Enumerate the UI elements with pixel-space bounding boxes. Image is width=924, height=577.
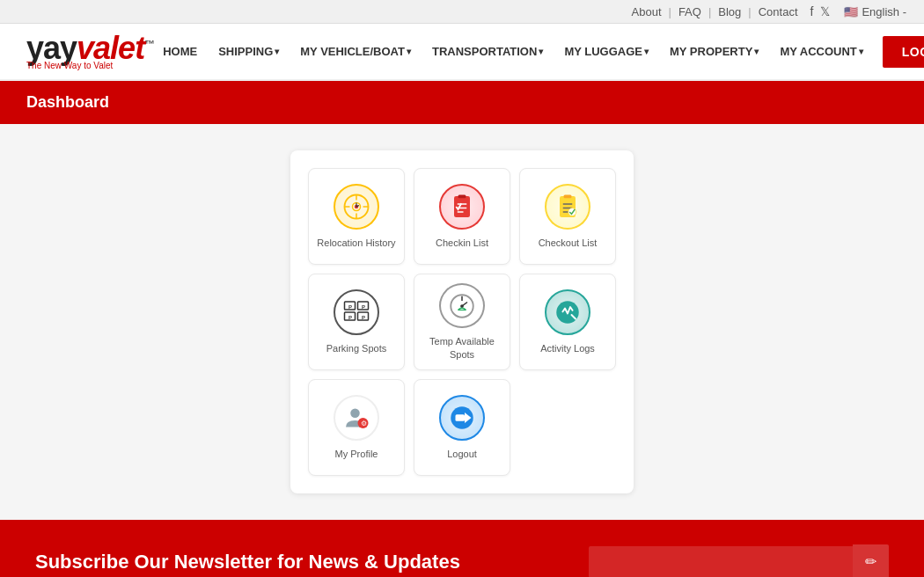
grid-item-checkin[interactable]: Checkin List bbox=[414, 168, 510, 265]
checkout-icon bbox=[545, 184, 590, 230]
temp-icon bbox=[439, 283, 485, 328]
profile-icon: ⚙ bbox=[334, 395, 379, 441]
grid-item-temp[interactable]: Temp Available Spots bbox=[414, 274, 510, 370]
logo[interactable]: yayvalet™ bbox=[26, 33, 154, 64]
main-content: Relocation History Check bbox=[0, 124, 924, 520]
nav-account[interactable]: MY ACCOUNT bbox=[771, 38, 871, 65]
newsletter-input-wrap: ✏ bbox=[589, 544, 889, 577]
grid-item-relocation[interactable]: Relocation History bbox=[308, 168, 405, 265]
checkin-icon bbox=[439, 184, 485, 230]
dashboard-grid: Relocation History Check bbox=[308, 168, 616, 476]
svg-rect-8 bbox=[458, 194, 466, 198]
profile-label: My Profile bbox=[335, 448, 378, 460]
checkin-label: Checkin List bbox=[436, 237, 488, 249]
logout-grid-label: Logout bbox=[447, 448, 477, 460]
nav-vehicle-boat[interactable]: MY VEHICLE/BOAT bbox=[291, 38, 420, 65]
svg-text:P: P bbox=[348, 314, 352, 319]
grid-item-profile[interactable]: ⚙ My Profile bbox=[308, 379, 405, 476]
dashboard-banner: Dashboard bbox=[0, 81, 924, 124]
twitter-icon[interactable]: 𝕏 bbox=[820, 4, 830, 18]
newsletter-email-input[interactable] bbox=[589, 546, 853, 578]
svg-rect-36 bbox=[456, 414, 466, 421]
relocation-icon bbox=[334, 184, 379, 230]
main-nav: HOME SHIPPING MY VEHICLE/BOAT TRANSPORTA… bbox=[154, 36, 924, 68]
svg-rect-13 bbox=[564, 194, 572, 198]
dashboard-grid-container: Relocation History Check bbox=[290, 150, 634, 493]
nav-transportation[interactable]: TRANSPORTATION bbox=[423, 38, 552, 65]
logo-tagline: The New Way to Valet bbox=[26, 61, 154, 70]
sep3: | bbox=[748, 5, 751, 18]
logout-grid-icon bbox=[439, 395, 485, 441]
relocation-label: Relocation History bbox=[317, 237, 395, 249]
newsletter-submit-button[interactable]: ✏ bbox=[853, 544, 889, 577]
svg-line-29 bbox=[462, 302, 467, 306]
parking-icon: P P P P bbox=[334, 289, 379, 335]
blog-link[interactable]: Blog bbox=[718, 5, 741, 18]
logout-button[interactable]: LOGOUT bbox=[883, 36, 924, 68]
grid-item-checkout[interactable]: Checkout List bbox=[519, 168, 616, 265]
nav-shipping[interactable]: SHIPPING bbox=[209, 38, 288, 65]
language-label: English - bbox=[862, 5, 906, 18]
newsletter-title: Subscribe Our Newsletter for News & Upda… bbox=[35, 551, 460, 573]
newsletter-section: Subscribe Our Newsletter for News & Upda… bbox=[0, 520, 924, 577]
grid-item-logout[interactable]: Logout bbox=[414, 379, 510, 476]
activity-label: Activity Logs bbox=[540, 342, 595, 354]
about-link[interactable]: About bbox=[632, 5, 662, 18]
faq-link[interactable]: FAQ bbox=[678, 5, 701, 18]
activity-icon bbox=[545, 289, 590, 335]
logo-area: yayvalet™ The New Way to Valet bbox=[26, 33, 154, 70]
parking-label: Parking Spots bbox=[326, 342, 386, 354]
nav-luggage[interactable]: MY LUGGAGE bbox=[555, 38, 657, 65]
page-wrapper: About | FAQ | Blog | Contact f 𝕏 🇺🇸 Engl… bbox=[0, 0, 924, 577]
nav-property[interactable]: MY PROPERTY bbox=[661, 38, 767, 65]
grid-item-parking[interactable]: P P P P Parking Spots bbox=[308, 274, 405, 370]
grid-item-activity[interactable]: Activity Logs bbox=[519, 274, 616, 370]
language-selector[interactable]: 🇺🇸 English - bbox=[844, 5, 906, 18]
checkout-label: Checkout List bbox=[539, 237, 598, 249]
svg-text:⚙: ⚙ bbox=[361, 420, 367, 427]
svg-text:P: P bbox=[362, 314, 365, 319]
contact-link[interactable]: Contact bbox=[759, 5, 798, 18]
sep1: | bbox=[669, 5, 671, 18]
flag-icon: 🇺🇸 bbox=[844, 5, 858, 18]
svg-text:P: P bbox=[362, 303, 365, 309]
temp-label: Temp Available Spots bbox=[419, 335, 505, 361]
dashboard-title: Dashboard bbox=[26, 93, 109, 111]
sep2: | bbox=[708, 5, 711, 18]
header: yayvalet™ The New Way to Valet HOME SHIP… bbox=[0, 24, 924, 81]
social-icons: f 𝕏 bbox=[810, 4, 831, 18]
top-bar: About | FAQ | Blog | Contact f 𝕏 🇺🇸 Engl… bbox=[0, 0, 924, 24]
facebook-icon[interactable]: f bbox=[810, 4, 814, 18]
nav-home[interactable]: HOME bbox=[154, 38, 206, 65]
svg-point-32 bbox=[350, 408, 360, 418]
svg-text:P: P bbox=[348, 303, 352, 309]
